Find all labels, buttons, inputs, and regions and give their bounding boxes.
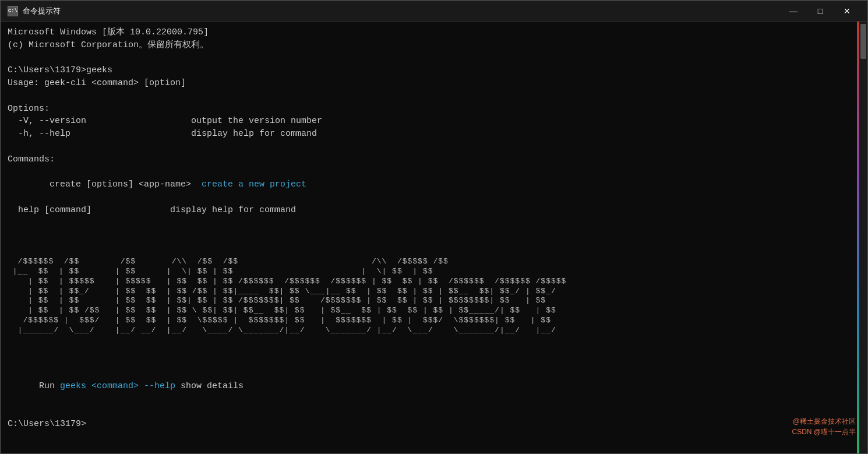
output-line-12: create [options] <app-name> create a new…	[8, 166, 860, 203]
output-line-4: C:\Users\13179>geeks	[8, 64, 860, 77]
run-prefix: Run	[39, 381, 60, 391]
scrollbar-thumb[interactable]	[860, 24, 866, 59]
output-line-2: (c) Microsoft Corporation。保留所有权利。	[8, 39, 860, 52]
output-line-11: Commands:	[8, 153, 860, 166]
minimize-button[interactable]: —	[780, 1, 807, 22]
run-suffix: show details	[175, 381, 244, 391]
output-line-7: Options:	[8, 103, 860, 115]
watermark-line2: CSDN @喵十一点半	[792, 427, 856, 437]
empty-line-3	[8, 140, 860, 153]
final-prompt: C:\Users\13179>	[8, 418, 860, 431]
terminal-body[interactable]: Microsoft Windows [版本 10.0.22000.795] (c…	[1, 22, 867, 453]
scrollbar[interactable]	[859, 22, 867, 453]
maximize-button[interactable]: □	[807, 1, 834, 22]
watermark: @稀土掘金技术社区 CSDN @喵十一点半	[792, 417, 856, 437]
output-line-8: -V, --version output the version number	[8, 115, 860, 128]
empty-line-4	[8, 405, 860, 418]
title-bar: C:\ 命令提示符 — □ ✕	[1, 1, 867, 22]
output-line-5: Usage: geek-cli <command> [option]	[8, 77, 860, 90]
ascii-art-watermark: /$$$$$$ /$$ /$$ /\\ /$$ /$$ /\\ /$$$$$ /…	[8, 220, 860, 364]
close-button[interactable]: ✕	[834, 1, 860, 22]
window-title: 命令提示符	[23, 6, 780, 16]
empty-line-1	[8, 52, 860, 65]
command-create-prefix: create [options] <app-name>	[39, 180, 202, 189]
output-line-9: -h, --help display help for command	[8, 128, 860, 140]
side-decoration	[857, 22, 859, 453]
app-icon: C:\	[8, 6, 18, 16]
command-create-highlight: create a new project	[202, 180, 306, 189]
empty-line-2	[8, 90, 860, 103]
window-controls: — □ ✕	[780, 1, 860, 22]
output-line-13: help [command] display help for command	[8, 204, 860, 217]
run-line: Run geeks <command> --help show details	[8, 367, 860, 405]
output-line-1: Microsoft Windows [版本 10.0.22000.795]	[8, 26, 860, 39]
watermark-line1: @稀土掘金技术社区	[792, 417, 856, 427]
run-highlight: geeks <command> --help	[60, 381, 175, 391]
window: C:\ 命令提示符 — □ ✕ Microsoft Windows [版本 10…	[0, 0, 868, 454]
